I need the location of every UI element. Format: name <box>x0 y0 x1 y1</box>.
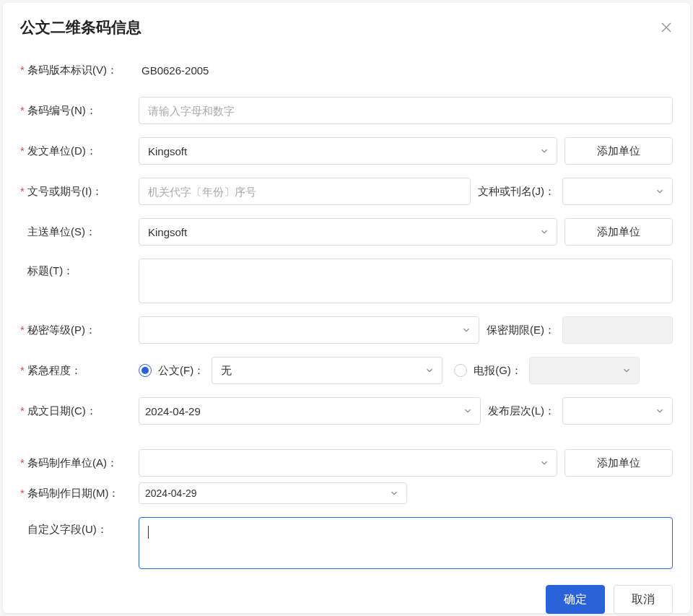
confirm-button[interactable]: 确定 <box>546 585 605 614</box>
close-icon[interactable] <box>660 21 673 34</box>
row-urgency: * 紧急程度： 公文(F)： 无 电报(G)： <box>20 357 673 384</box>
required-mark: * <box>20 487 26 499</box>
required-mark: * <box>20 64 26 76</box>
form-content: * 条码版本标识(V)： GB0626-2005 * 条码编号(N)： * 发文… <box>20 56 673 582</box>
cancel-button[interactable]: 取消 <box>614 585 673 614</box>
label-secret-level: 秘密等级(P)： <box>27 324 96 337</box>
chevron-down-icon <box>622 365 632 376</box>
label-secret-period: 保密期限(E)： <box>487 324 555 337</box>
urgency-telegram-select <box>529 357 640 384</box>
add-barcode-unit-button[interactable]: 添加单位 <box>565 449 673 477</box>
add-send-unit-button[interactable]: 添加单位 <box>565 137 673 165</box>
row-secret: * 秘密等级(P)： 保密期限(E)： <box>20 316 673 344</box>
label-send-unit: 发文单位(D)： <box>27 144 97 158</box>
row-barcode-date: * 条码制作日期(M)： 2024-04-29 <box>20 482 673 504</box>
barcode-no-input[interactable] <box>139 97 673 124</box>
row-main-send: * 主送单位(S)： Kingsoft 添加单位 <box>20 218 673 246</box>
radio-official-group[interactable]: 公文(F)： <box>139 364 204 378</box>
required-mark: * <box>20 404 26 417</box>
chevron-down-icon <box>655 186 665 196</box>
chevron-down-icon <box>539 146 549 156</box>
chevron-down-icon <box>539 458 549 468</box>
required-mark: * <box>20 104 26 116</box>
label-main-send: 主送单位(S)： <box>27 225 96 239</box>
label-barcode-date: 条码制作日期(M)： <box>27 487 120 500</box>
row-send-unit: * 发文单位(D)： Kingsoft 添加单位 <box>20 137 673 165</box>
required-mark: * <box>20 324 26 336</box>
chevron-down-icon <box>463 406 473 416</box>
label-barcode-no: 条码编号(N)： <box>27 104 97 118</box>
title-textarea[interactable] <box>139 259 673 303</box>
label-compose-date: 成文日期(C)： <box>27 404 97 418</box>
row-custom-field: * 自定义字段(U)： <box>20 517 673 569</box>
secret-period-input <box>562 316 673 344</box>
compose-date-value: 2024-04-29 <box>145 405 201 417</box>
urgency-official-value: 无 <box>221 364 232 378</box>
label-custom-field: 自定义字段(U)： <box>27 523 108 537</box>
chevron-down-icon <box>539 227 549 237</box>
send-unit-select[interactable]: Kingsoft <box>139 137 557 165</box>
publish-level-select[interactable] <box>562 397 673 425</box>
chevron-down-icon <box>461 325 471 335</box>
label-version: 条码版本标识(V)： <box>27 64 118 77</box>
row-barcode-no: * 条码编号(N)： <box>20 97 673 124</box>
radio-official[interactable] <box>139 364 152 377</box>
row-compose-date: * 成文日期(C)： 2024-04-29 发布层次(L)： <box>20 397 673 425</box>
barcode-unit-select[interactable] <box>139 449 557 477</box>
dialog-title: 公文二维条码信息 <box>20 17 141 38</box>
text-cursor <box>148 526 149 539</box>
custom-field-textarea[interactable] <box>139 517 673 569</box>
chevron-down-icon <box>389 488 399 498</box>
required-mark: * <box>20 364 26 376</box>
required-mark: * <box>20 456 26 469</box>
barcode-info-dialog: 公文二维条码信息 * 条码版本标识(V)： GB0626-2005 * 条码编号… <box>3 3 690 613</box>
chevron-down-icon <box>655 406 665 416</box>
barcode-date-value: 2024-04-29 <box>145 487 197 499</box>
label-doc-type: 文种或刊名(J)： <box>478 185 556 199</box>
required-mark: * <box>20 185 26 197</box>
radio-telegram-group[interactable]: 电报(G)： <box>454 364 522 378</box>
label-urgency: 紧急程度： <box>27 364 82 378</box>
doc-number-input[interactable] <box>139 178 471 205</box>
chevron-down-icon <box>424 365 435 376</box>
main-send-value: Kingsoft <box>148 226 187 238</box>
add-main-send-button[interactable]: 添加单位 <box>565 218 673 246</box>
compose-date-select[interactable]: 2024-04-29 <box>139 397 481 425</box>
required-mark: * <box>20 144 26 157</box>
main-send-select[interactable]: Kingsoft <box>139 218 557 246</box>
radio-telegram[interactable] <box>454 364 467 377</box>
version-value: GB0626-2005 <box>139 64 209 77</box>
send-unit-value: Kingsoft <box>148 145 187 157</box>
label-doc-number: 文号或期号(I)： <box>27 185 103 199</box>
dialog-footer: 确定 取消 <box>20 585 673 614</box>
barcode-date-select[interactable]: 2024-04-29 <box>139 482 407 504</box>
secret-level-select[interactable] <box>139 316 479 344</box>
row-version: * 条码版本标识(V)： GB0626-2005 <box>20 56 673 84</box>
label-barcode-unit: 条码制作单位(A)： <box>27 456 118 470</box>
urgency-official-select[interactable]: 无 <box>212 357 443 384</box>
row-title: * 标题(T)： <box>20 259 673 303</box>
row-barcode-unit: * 条码制作单位(A)： 添加单位 <box>20 449 673 477</box>
label-official: 公文(F)： <box>158 364 204 378</box>
label-title: 标题(T)： <box>27 264 74 278</box>
label-telegram: 电报(G)： <box>474 364 522 378</box>
row-doc-number: * 文号或期号(I)： 文种或刊名(J)： <box>20 178 673 205</box>
label-publish-level: 发布层次(L)： <box>488 404 555 418</box>
dialog-header: 公文二维条码信息 <box>20 17 673 38</box>
doc-type-select[interactable] <box>562 178 673 205</box>
